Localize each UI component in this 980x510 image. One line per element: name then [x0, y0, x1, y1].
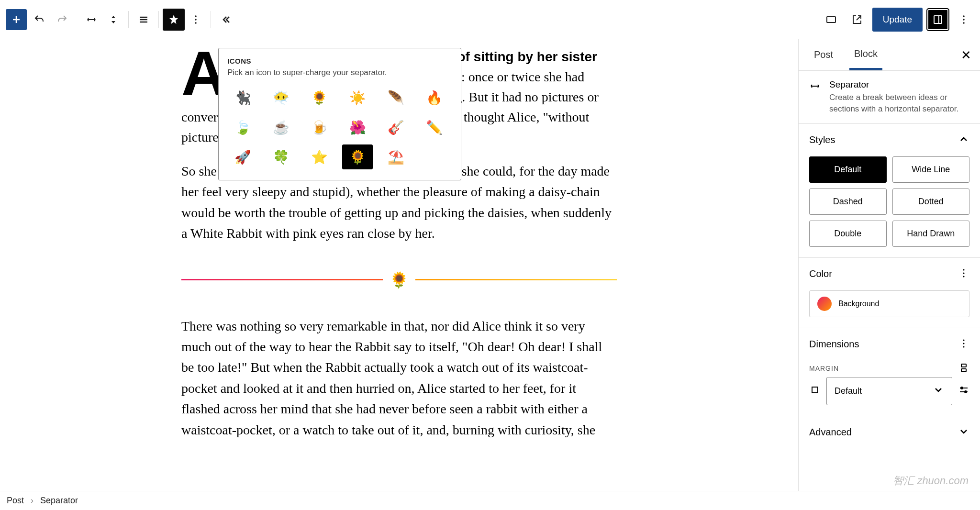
icon-picker-popover: ICONS Pick an icon to super-charge your …	[218, 48, 461, 180]
color-panel-header[interactable]: Color	[799, 258, 980, 290]
icon-option[interactable]: 🍺	[304, 115, 334, 140]
chevron-down-icon	[933, 384, 944, 398]
icon-option[interactable]: ⭐	[304, 144, 334, 169]
background-label: Background	[838, 299, 879, 308]
toolbar-divider	[211, 11, 211, 28]
more-vertical-icon[interactable]	[958, 267, 969, 281]
more-vertical-icon[interactable]	[958, 338, 969, 351]
paragraph-3[interactable]: There was nothing so very remarkable in …	[181, 316, 617, 440]
svg-point-9	[963, 272, 964, 274]
svg-point-11	[963, 339, 964, 341]
icon-option[interactable]: 🌺	[342, 115, 373, 140]
icon-option[interactable]: 🍃	[227, 115, 258, 140]
styles-panel: Styles DefaultWide LineDashedDottedDoubl…	[799, 124, 980, 258]
preview-external-button[interactable]	[846, 9, 868, 30]
close-sidebar-button[interactable]: ✕	[961, 48, 971, 63]
svg-point-17	[961, 387, 963, 389]
svg-rect-1	[934, 16, 942, 23]
add-block-button[interactable]	[6, 9, 27, 30]
icon-option[interactable]: 🐈‍⬛	[227, 85, 258, 110]
style-option[interactable]: Dotted	[892, 188, 970, 215]
margin-value: Default	[835, 386, 862, 396]
undo-button[interactable]	[29, 9, 50, 30]
link-sides-icon[interactable]	[958, 362, 969, 376]
popover-title: ICONS	[227, 57, 452, 65]
settings-sidebar: Post Block ✕ Separator Create a break be…	[798, 39, 980, 491]
advanced-panel-header[interactable]: Advanced	[799, 416, 980, 449]
popover-subtitle: Pick an icon to super-charge your separa…	[227, 68, 452, 78]
icon-option[interactable]: 🚀	[227, 144, 258, 169]
separator-line-right	[415, 279, 617, 280]
dimensions-panel-header[interactable]: Dimensions	[799, 328, 980, 361]
style-option[interactable]: Hand Drawn	[892, 221, 970, 247]
svg-point-13	[963, 346, 964, 347]
chevron-down-icon	[958, 426, 969, 439]
color-panel: Color Background	[799, 258, 980, 328]
icon-option[interactable]: ☕	[266, 115, 296, 140]
icon-option[interactable]: ☀️	[342, 85, 373, 110]
toolbar-divider	[158, 11, 159, 28]
toolbar-divider	[128, 11, 129, 28]
collapse-toolbar-button[interactable]	[215, 9, 237, 31]
redo-button[interactable]	[52, 9, 73, 30]
tab-post[interactable]: Post	[809, 41, 838, 69]
style-option[interactable]: Dashed	[809, 188, 887, 215]
view-button[interactable]	[821, 9, 842, 30]
color-label: Color	[809, 268, 832, 279]
move-button[interactable]	[102, 9, 124, 31]
block-options-button[interactable]	[185, 9, 207, 31]
settings-toggle-button[interactable]	[927, 9, 948, 30]
options-button[interactable]	[953, 9, 974, 30]
svg-point-18	[965, 391, 967, 393]
margin-label: MARGIN	[809, 365, 839, 372]
block-info: Separator Create a break between ideas o…	[799, 71, 980, 124]
update-button[interactable]: Update	[872, 8, 923, 32]
toolbar-right: Update	[821, 8, 974, 32]
style-option[interactable]: Double	[809, 221, 887, 247]
icon-option[interactable]: 😶‍🌫️	[266, 85, 296, 110]
sliders-icon[interactable]	[958, 384, 969, 398]
margin-select[interactable]: Default	[826, 377, 952, 405]
icon-option[interactable]: ✏️	[419, 115, 449, 140]
svg-rect-14	[961, 364, 966, 367]
icon-option[interactable]: 🪶	[380, 85, 411, 110]
icon-option[interactable]: 🔥	[419, 85, 449, 110]
svg-point-5	[195, 15, 197, 17]
svg-rect-16	[812, 387, 818, 393]
background-color-row[interactable]: Background	[809, 290, 969, 317]
icon-picker-button[interactable]	[163, 9, 185, 31]
icon-grid: 🐈‍⬛😶‍🌫️🌻☀️🪶🔥🍃☕🍺🌺🎸✏️🚀🍀⭐🌻⛱️	[227, 85, 452, 169]
style-option[interactable]: Default	[809, 156, 887, 183]
icon-option[interactable]: 🌻	[304, 85, 334, 110]
breadcrumb-current[interactable]: Separator	[40, 496, 78, 506]
dimensions-panel: Dimensions MARGIN Default	[799, 328, 980, 416]
style-option[interactable]: Wide Line	[892, 156, 970, 183]
tab-block[interactable]: Block	[849, 40, 882, 70]
icon-option[interactable]: 🍀	[266, 144, 296, 169]
svg-rect-0	[827, 17, 835, 22]
dimensions-label: Dimensions	[809, 339, 859, 350]
chevron-up-icon	[958, 133, 969, 147]
block-type-button[interactable]	[80, 9, 102, 31]
icon-option[interactable]: ⛱️	[380, 144, 411, 169]
svg-point-6	[195, 19, 197, 21]
separator-line-left	[181, 279, 383, 280]
svg-point-2	[963, 15, 965, 17]
separator-icon: 🌻	[390, 271, 409, 289]
svg-point-8	[963, 269, 964, 270]
separator-block-icon	[809, 79, 821, 115]
styles-panel-header[interactable]: Styles	[799, 124, 980, 156]
style-grid: DefaultWide LineDashedDottedDoubleHand D…	[809, 156, 969, 247]
box-icon	[809, 384, 821, 398]
styles-label: Styles	[809, 134, 835, 145]
breadcrumb-root[interactable]: Post	[7, 496, 24, 506]
icon-option[interactable]: 🎸	[380, 115, 411, 140]
breadcrumb-bar: Post › Separator	[0, 491, 980, 510]
advanced-label: Advanced	[809, 427, 852, 438]
icon-option[interactable]: 🌻	[342, 144, 373, 169]
advanced-panel: Advanced	[799, 416, 980, 449]
align-button[interactable]	[133, 9, 155, 31]
svg-point-10	[963, 276, 964, 277]
separator-block[interactable]: 🌻	[181, 271, 617, 289]
block-name: Separator	[829, 79, 969, 90]
